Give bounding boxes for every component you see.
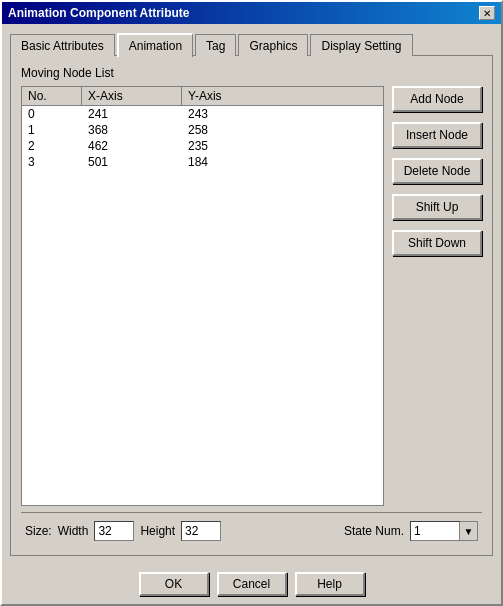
- add-node-button[interactable]: Add Node: [392, 86, 482, 112]
- shift-down-button[interactable]: Shift Down: [392, 230, 482, 256]
- size-label: Size:: [25, 524, 52, 538]
- state-num-input[interactable]: [410, 521, 460, 541]
- row-0-y: 243: [182, 106, 282, 122]
- row-0-x: 241: [82, 106, 182, 122]
- row-1-no: 1: [22, 122, 82, 138]
- tab-basic-attributes[interactable]: Basic Attributes: [10, 34, 115, 56]
- shift-up-button[interactable]: Shift Up: [392, 194, 482, 220]
- row-2-no: 2: [22, 138, 82, 154]
- width-input[interactable]: [94, 521, 134, 541]
- close-button[interactable]: ✕: [479, 6, 495, 20]
- row-2-y: 235: [182, 138, 282, 154]
- row-1-y: 258: [182, 122, 282, 138]
- table-header: No. X-Axis Y-Axis: [22, 87, 383, 106]
- dialog-footer: OK Cancel Help: [2, 564, 501, 604]
- tab-bar: Basic Attributes Animation Tag Graphics …: [10, 32, 493, 56]
- main-area: No. X-Axis Y-Axis 0 241 243 1 368: [21, 86, 482, 506]
- state-num-label: State Num.: [344, 524, 404, 538]
- node-table: No. X-Axis Y-Axis 0 241 243 1 368: [21, 86, 384, 506]
- col-no: No.: [22, 87, 82, 105]
- table-body: 0 241 243 1 368 258 2 462 235: [22, 106, 383, 505]
- dropdown-arrow-icon[interactable]: ▼: [460, 521, 478, 541]
- row-2-x: 462: [82, 138, 182, 154]
- col-x-axis: X-Axis: [82, 87, 182, 105]
- delete-node-button[interactable]: Delete Node: [392, 158, 482, 184]
- ok-button[interactable]: OK: [139, 572, 209, 596]
- tab-content: Moving Node List No. X-Axis Y-Axis 0 241…: [10, 55, 493, 556]
- row-3-no: 3: [22, 154, 82, 170]
- window-content: Basic Attributes Animation Tag Graphics …: [2, 24, 501, 564]
- insert-node-button[interactable]: Insert Node: [392, 122, 482, 148]
- main-window: Animation Component Attribute ✕ Basic At…: [0, 0, 503, 606]
- width-label: Width: [58, 524, 89, 538]
- height-input[interactable]: [181, 521, 221, 541]
- title-bar: Animation Component Attribute ✕: [2, 2, 501, 24]
- col-y-axis: Y-Axis: [182, 87, 282, 105]
- window-title: Animation Component Attribute: [8, 6, 190, 20]
- tab-graphics[interactable]: Graphics: [238, 34, 308, 56]
- row-0-no: 0: [22, 106, 82, 122]
- row-1-x: 368: [82, 122, 182, 138]
- tab-display-setting[interactable]: Display Setting: [310, 34, 412, 56]
- button-panel: Add Node Insert Node Delete Node Shift U…: [392, 86, 482, 506]
- row-3-x: 501: [82, 154, 182, 170]
- tab-tag[interactable]: Tag: [195, 34, 236, 56]
- cancel-button[interactable]: Cancel: [217, 572, 287, 596]
- height-label: Height: [140, 524, 175, 538]
- help-button[interactable]: Help: [295, 572, 365, 596]
- table-row[interactable]: 3 501 184: [22, 154, 383, 170]
- state-num-dropdown[interactable]: ▼: [410, 521, 478, 541]
- moving-node-list-label: Moving Node List: [21, 66, 482, 80]
- bottom-section: Size: Width Height State Num. ▼: [21, 512, 482, 545]
- table-row[interactable]: 2 462 235: [22, 138, 383, 154]
- tab-animation[interactable]: Animation: [117, 33, 193, 57]
- table-row[interactable]: 1 368 258: [22, 122, 383, 138]
- row-3-y: 184: [182, 154, 282, 170]
- table-row[interactable]: 0 241 243: [22, 106, 383, 122]
